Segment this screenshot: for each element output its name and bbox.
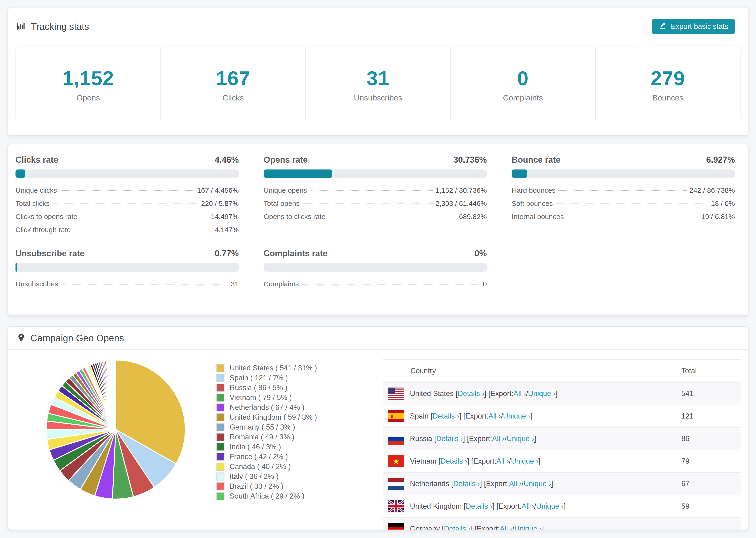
legend-label: Brazil ( 33 / 2% ) <box>230 482 283 491</box>
bracket: ] <box>556 389 558 398</box>
details-link[interactable]: Details › <box>433 412 459 420</box>
stat-label: Complaints <box>451 93 595 102</box>
country-name: Russia <box>410 435 434 443</box>
legend-swatch <box>216 433 225 441</box>
slash-separator: / <box>526 389 528 398</box>
stat-value: 1,152 <box>16 67 160 90</box>
legend-label: Romania ( 49 / 3% ) <box>230 433 295 441</box>
legend-item: Vietnam ( 79 / 5% ) <box>216 393 317 403</box>
dotted-leader <box>310 190 433 191</box>
export-prefix: ] [Export: <box>463 435 492 443</box>
stat-label: Clicks <box>161 93 305 102</box>
campaign-geo-opens-card: Campaign Geo Opens United States ( 541 /… <box>8 326 748 530</box>
slash-separator: / <box>505 435 507 443</box>
summary-stats-row: 1,152 Opens 167 Clicks 31 Unsubscribes 0… <box>16 47 740 121</box>
metric-label: Internal bounces <box>512 213 564 221</box>
export-basic-stats-button[interactable]: Export basic stats <box>652 19 735 34</box>
legend-label: United States ( 541 / 31% ) <box>230 364 317 372</box>
geo-title: Campaign Geo Opens <box>30 333 124 344</box>
export-all-link[interactable]: All › <box>522 502 534 511</box>
geo-opens-pie-chart <box>45 359 186 500</box>
export-all-link[interactable]: All › <box>500 525 512 530</box>
stat-label: Opens <box>16 93 160 102</box>
flag-vn-icon <box>388 455 404 467</box>
export-unique-link[interactable]: Unique › <box>536 502 564 511</box>
dotted-leader <box>61 284 228 285</box>
details-link[interactable]: Details › <box>453 480 480 488</box>
export-all-link[interactable]: All › <box>496 457 509 465</box>
dotted-leader <box>80 217 208 217</box>
export-unique-link[interactable]: Unique › <box>511 457 538 465</box>
legend-item: Brazil ( 33 / 2% ) <box>216 481 317 491</box>
rate-title: Clicks rate <box>16 155 58 165</box>
country-cell: Russia [Details ›] [Export: All › / Uniq… <box>383 433 681 445</box>
export-prefix: ] [Export: <box>484 389 513 398</box>
page: Tracking stats Export basic stats 1,152 … <box>0 7 756 530</box>
metric-row: Opens to clicks rate689.82% <box>264 213 487 226</box>
slash-separator: / <box>512 525 514 530</box>
details-link[interactable]: Details › <box>441 457 467 465</box>
country-cell: Netherlands [Details ›] [Export: All › /… <box>383 478 681 490</box>
table-row: Vietnam [Details ›] [Export: All › / Uni… <box>383 450 741 472</box>
metric-value: 242 / 86.738% <box>689 187 735 194</box>
metric-label: Total opens <box>264 199 299 207</box>
metric-label: Clicks to opens rate <box>16 213 77 221</box>
details-link[interactable]: Details › <box>466 502 493 511</box>
stat-value: 279 <box>596 67 740 90</box>
export-unique-link[interactable]: Unique › <box>523 480 551 488</box>
details-link[interactable]: Details › <box>436 435 463 443</box>
bracket: ] <box>538 457 540 465</box>
bracket: [ <box>464 502 466 511</box>
export-unique-link[interactable]: Unique › <box>507 435 534 443</box>
export-unique-link[interactable]: Unique › <box>503 412 530 420</box>
country-cell: Germany [Details ›] [Export: All › / Uni… <box>383 523 681 530</box>
legend-item: Netherlands ( 67 / 4% ) <box>216 403 317 412</box>
export-unique-link[interactable]: Unique › <box>514 525 542 530</box>
metric-row: Click through rate4.147% <box>16 226 239 239</box>
export-all-link[interactable]: All › <box>509 480 521 488</box>
metric-label: Unique opens <box>264 187 307 194</box>
export-prefix: ] [Export: <box>470 525 500 530</box>
dotted-leader <box>52 203 198 204</box>
rate-value: 30.736% <box>453 155 487 165</box>
flag-ru-icon <box>388 433 404 445</box>
progress-bar <box>512 170 735 178</box>
export-unique-link[interactable]: Unique › <box>528 389 556 398</box>
stat-bounces: 279 Bounces <box>596 47 740 121</box>
dotted-leader <box>74 230 212 230</box>
legend-swatch <box>216 394 225 402</box>
dotted-leader <box>567 217 698 217</box>
export-all-link[interactable]: All › <box>492 435 505 443</box>
metric-value: 689.82% <box>459 213 487 221</box>
metric-value: 167 / 4.456% <box>197 187 239 194</box>
metric-row: Total opens2,303 / 61.446% <box>264 199 487 213</box>
export-all-link[interactable]: All › <box>488 412 501 420</box>
metric-value: 2,303 / 61.446% <box>436 199 487 207</box>
metric-label: Total clicks <box>16 199 50 207</box>
metric-value: 0 <box>483 280 487 288</box>
metric-value: 4.147% <box>215 226 239 234</box>
stat-clicks: 167 Clicks <box>161 47 306 121</box>
stat-complaints: 0 Complaints <box>451 47 596 121</box>
dotted-leader <box>556 203 708 204</box>
flag-us-icon <box>388 388 404 400</box>
country-name: Spain <box>410 412 431 420</box>
export-all-link[interactable]: All › <box>513 389 526 398</box>
legend-label: Italy ( 36 / 2% ) <box>230 472 279 481</box>
metric-label: Soft bounces <box>512 199 553 207</box>
country-cell: Spain [Details ›] [Export: All › / Uniqu… <box>383 410 681 422</box>
bracket: ] <box>530 412 532 420</box>
country-name: Germany <box>410 525 442 530</box>
details-link[interactable]: Details › <box>444 525 471 530</box>
dotted-leader <box>302 203 433 204</box>
rate-value: 4.46% <box>215 155 239 165</box>
clicks-rate-block: Clicks rate 4.46% Unique clicks167 / 4.4… <box>16 155 239 239</box>
metric-row: Total clicks220 / 5.87% <box>16 199 239 213</box>
legend-item: Italy ( 36 / 2% ) <box>216 471 317 481</box>
export-prefix: ] [Export: <box>467 457 496 465</box>
metric-label: Opens to clicks rate <box>264 213 325 221</box>
progress-bar <box>16 170 239 178</box>
flag-nl-icon <box>388 478 404 490</box>
bracket: [ <box>442 525 444 530</box>
details-link[interactable]: Details › <box>458 389 484 398</box>
